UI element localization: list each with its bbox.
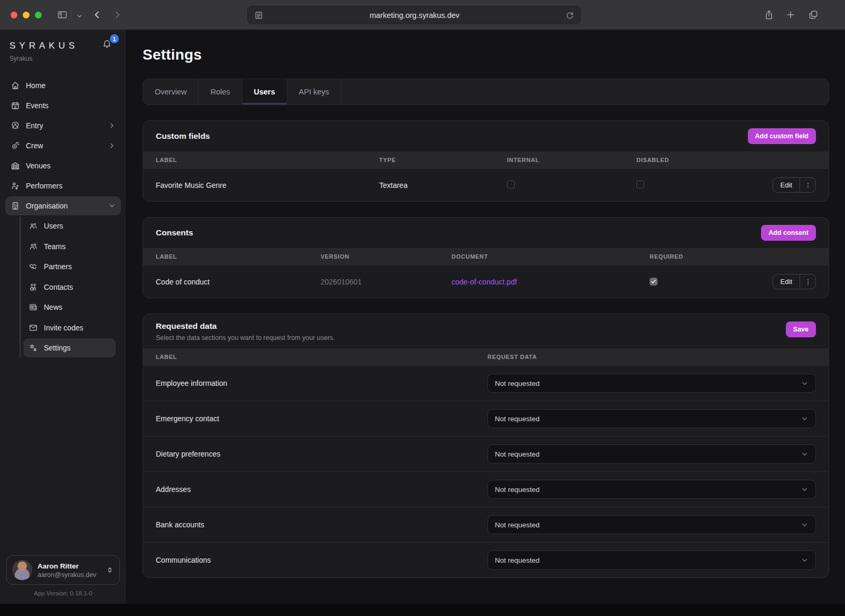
user-menu[interactable]: Aaron Ritter aaron@syrakus.dev (6, 555, 120, 585)
teams-icon (29, 242, 38, 251)
toolbar-divider (71, 10, 71, 20)
consent-label: Code of conduct (156, 278, 321, 286)
sidebar-item-news[interactable]: News (23, 298, 116, 317)
avatar (12, 560, 32, 580)
requested-data-title: Requested data (156, 321, 335, 331)
sidebar-item-label: Partners (44, 262, 72, 271)
sidebar-item-teams[interactable]: Teams (23, 237, 116, 256)
forward-button[interactable] (111, 8, 124, 21)
app-version: App Version: 0.18.1-0 (0, 585, 126, 604)
column-header-type: TYPE (379, 157, 507, 163)
kebab-menu-button[interactable] (800, 178, 815, 192)
requested-data-label: Bank accounts (156, 520, 487, 529)
consents-header: LABEL VERSION DOCUMENT REQUIRED (143, 248, 829, 265)
column-header-label: LABEL (156, 253, 321, 260)
back-button[interactable] (91, 8, 104, 21)
sidebar-item-label: Invite codes (44, 324, 83, 332)
requested-data-label: Dietary preferences (156, 450, 487, 458)
column-header-internal: INTERNAL (507, 157, 636, 163)
request-data-select[interactable]: Not requested (487, 551, 816, 570)
tab-users[interactable]: Users (242, 79, 287, 105)
request-data-select[interactable]: Not requested (487, 515, 816, 534)
home-icon (11, 81, 20, 90)
sidebar-item-crew[interactable]: Crew (5, 136, 121, 155)
venue-icon (11, 161, 20, 170)
page-format-icon[interactable] (254, 11, 264, 20)
kebab-icon (804, 182, 812, 189)
reload-icon[interactable] (566, 11, 574, 20)
chevron-down-icon (801, 486, 809, 494)
org-name: Syrakus (10, 55, 118, 62)
add-consent-button[interactable]: Add consent (761, 225, 816, 241)
chevron-down-icon (801, 556, 809, 564)
requested-data-label: Addresses (156, 485, 487, 494)
tab-api-keys[interactable]: API keys (287, 79, 341, 105)
sidebar-item-label: Venues (26, 162, 51, 170)
table-row: Addresses Not requested (143, 471, 829, 507)
sidebar-item-contacts[interactable]: Contacts (23, 278, 116, 297)
chevron-down-icon (801, 450, 809, 458)
new-tab-icon[interactable] (784, 8, 797, 21)
sidebar-item-settings[interactable]: Settings (23, 338, 116, 357)
sidebar-nav: Home Events Entry Crew Venues (0, 67, 126, 550)
tab-overview[interactable]: Overview (143, 79, 199, 105)
custom-field-label: Favorite Music Genre (156, 181, 379, 189)
custom-field-type: Textarea (379, 181, 507, 189)
save-button[interactable]: Save (786, 321, 816, 337)
zoom-window-button[interactable] (35, 12, 42, 18)
kebab-menu-button[interactable] (800, 274, 815, 289)
sidebar-item-home[interactable]: Home (5, 76, 121, 95)
table-row: Communications Not requested (143, 542, 829, 577)
request-data-select[interactable]: Not requested (487, 374, 816, 393)
select-value: Not requested (495, 450, 540, 458)
kebab-icon (804, 278, 812, 286)
consent-version: 2026010601 (321, 278, 452, 286)
consent-document-link[interactable]: code-of-conduct.pdf (452, 278, 517, 286)
disabled-checkbox[interactable] (636, 181, 644, 188)
settings-tabs: Overview Roles Users API keys (143, 79, 829, 105)
notifications-button[interactable]: 1 (102, 39, 115, 51)
sidebar-item-invite-codes[interactable]: Invite codes (23, 318, 116, 337)
requested-data-label: Emergency contact (156, 414, 487, 423)
url-bar[interactable]: marketing.org.syrakus.dev (247, 6, 581, 24)
custom-fields-title: Custom fields (156, 131, 210, 141)
requested-data-card: Requested data Select the data sections … (143, 314, 829, 578)
gears-icon (29, 343, 38, 353)
select-value: Not requested (495, 380, 540, 387)
chevron-right-icon (108, 122, 116, 129)
sidebar-toggle-icon[interactable] (56, 8, 69, 21)
tab-roles[interactable]: Roles (199, 79, 242, 105)
share-icon[interactable] (763, 8, 775, 21)
sidebar-item-label: Settings (44, 344, 71, 352)
edit-button[interactable]: Edit (773, 178, 800, 192)
entry-icon (11, 121, 20, 130)
required-checkbox[interactable] (650, 278, 658, 286)
sidebar-item-performers[interactable]: Performers (5, 176, 121, 195)
chevron-down-icon (801, 521, 809, 529)
requested-data-label: Employee information (156, 379, 487, 387)
close-window-button[interactable] (11, 12, 17, 18)
tab-overview-icon[interactable] (807, 8, 820, 21)
sidebar-item-users[interactable]: Users (23, 216, 116, 235)
add-custom-field-button[interactable]: Add custom field (748, 128, 816, 144)
main-content: Settings Overview Roles Users API keys C… (127, 30, 845, 604)
sidebar-item-organisation[interactable]: Organisation (5, 196, 121, 215)
table-row: Dietary preferences Not requested (143, 436, 829, 471)
sidebar-item-entry[interactable]: Entry (5, 116, 121, 135)
request-data-select[interactable]: Not requested (487, 480, 816, 499)
request-data-select[interactable]: Not requested (487, 409, 816, 428)
edit-button[interactable]: Edit (773, 274, 800, 289)
requested-data-subtitle: Select the data sections you want to req… (156, 334, 335, 342)
notification-badge: 1 (110, 34, 119, 43)
handshake-icon (29, 262, 38, 271)
sidebar-item-partners[interactable]: Partners (23, 257, 116, 276)
envelope-icon (29, 323, 38, 333)
internal-checkbox[interactable] (507, 181, 515, 188)
minimize-window-button[interactable] (23, 12, 30, 18)
sidebar-item-events[interactable]: Events (5, 96, 121, 115)
sidebar-menu-chevron-icon[interactable] (73, 10, 86, 22)
chevron-down-icon (801, 380, 809, 387)
request-data-select[interactable]: Not requested (487, 444, 816, 463)
sidebar-item-venues[interactable]: Venues (5, 156, 121, 175)
organisation-subnav: Users Teams Partners Contacts News (20, 216, 116, 357)
